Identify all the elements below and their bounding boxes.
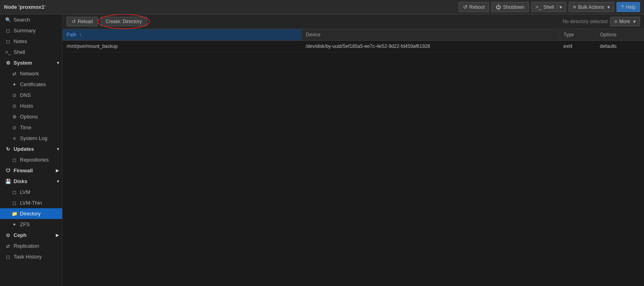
sidebar-item-label: Network [20,71,39,77]
repositories-icon: ◻ [11,157,18,163]
updates-chevron-icon: ▾ [57,147,59,151]
sidebar-item-label: System [14,60,32,66]
disks-chevron-icon: ▾ [57,179,59,183]
hosts-icon: ⊙ [11,103,18,109]
sidebar-item-label: Firewall [14,168,33,174]
table-row[interactable]: /mnt/pve/mount_backup /dev/disk/by-uuid/… [63,41,644,52]
sidebar-item-label: LVM [20,189,30,195]
sidebar-item-label: ZFS [20,221,30,227]
sidebar-item-system[interactable]: ⚙ System ▾ [0,57,62,68]
cell-path: /mnt/pve/mount_backup [63,41,302,52]
main-layout: 🔍 Search ◻ Summary ◻ Notes >_ Shell ⚙ Sy… [0,14,644,286]
replication-icon: ⇄ [5,243,11,249]
sidebar-item-label: Ceph [14,232,27,238]
cell-options: defaults [596,41,644,52]
directory-table: Path ↑ Device Type Options [63,29,644,52]
sidebar-item-task-history[interactable]: ◻ Task History [0,251,62,262]
more-chevron-icon: ▾ [633,19,636,24]
systemlog-icon: ≡ [11,136,18,141]
sidebar-item-zfs[interactable]: ✦ ZFS [0,219,62,230]
no-directory-selected-label: No directory selected [563,19,608,24]
sidebar-item-system-log[interactable]: ≡ System Log [0,133,62,144]
sidebar-item-disks[interactable]: 💾 Disks ▾ [0,176,62,187]
time-icon: ⊙ [11,125,18,130]
sidebar-item-options[interactable]: ⚙ Options [0,111,62,122]
sidebar-item-label: LVM-Thin [20,200,42,206]
disks-icon: 💾 [5,179,11,184]
shutdown-icon: ⏻ [496,4,501,10]
content-area: ↺ Reload Create: Directory No directory … [63,14,644,286]
shell-icon: >_ [536,4,542,10]
taskhistory-icon: ◻ [5,254,11,260]
lvmthin-icon: ◻ [11,200,18,206]
sidebar: 🔍 Search ◻ Summary ◻ Notes >_ Shell ⚙ Sy… [0,14,63,286]
sidebar-item-notes[interactable]: ◻ Notes [0,36,62,47]
bulk-icon: ≡ [573,4,576,10]
options-icon: ⚙ [11,114,18,120]
shell-button[interactable]: >_ Shell ▾ [531,2,567,12]
cell-type: ext4 [560,41,596,52]
sidebar-item-certificates[interactable]: ✦ Certificates [0,79,62,90]
network-icon: ⇄ [11,71,18,77]
updates-icon: ↻ [5,146,11,152]
notes-icon: ◻ [5,39,11,44]
sidebar-item-label: Disks [14,178,27,184]
topbar-actions: ↺ Reboot ⏻ Shutdown >_ Shell ▾ ≡ Bulk Ac… [459,2,640,12]
sidebar-item-directory[interactable]: 📁 Directory [0,208,62,219]
more-icon: ≡ [615,19,617,24]
firewall-icon: 🛡 [5,168,11,174]
directory-icon: 📁 [11,211,18,217]
help-icon: ? [621,4,624,10]
search-icon: 🔍 [5,17,11,23]
help-button[interactable]: ? Help [617,2,640,12]
sidebar-item-time[interactable]: ⊙ Time [0,122,62,133]
sidebar-item-lvm[interactable]: ◻ LVM [0,187,62,197]
sidebar-item-shell[interactable]: >_ Shell [0,47,62,57]
table-header-row: Path ↑ Device Type Options [63,29,644,41]
ceph-chevron-icon: ▶ [56,233,59,237]
sidebar-item-label: Time [20,124,31,130]
sidebar-item-label: Certificates [20,81,46,87]
reload-button[interactable]: ↺ Reload [67,17,98,26]
shell-nav-icon: >_ [5,49,11,55]
sidebar-item-dns[interactable]: ⊙ DNS [0,90,62,101]
col-options[interactable]: Options [596,29,644,41]
sidebar-item-lvm-thin[interactable]: ◻ LVM-Thin [0,197,62,208]
zfs-icon: ✦ [11,222,18,227]
shutdown-button[interactable]: ⏻ Shutdown [491,2,528,12]
cell-device: /dev/disk/by-uuid/5ef185a5-ee7c-4e52-9d2… [302,41,560,52]
reboot-button[interactable]: ↺ Reboot [459,2,489,12]
summary-icon: ◻ [5,28,11,34]
sidebar-item-label: Replication [14,243,39,249]
sidebar-item-label: Notes [14,38,27,44]
sidebar-item-summary[interactable]: ◻ Summary [0,25,62,36]
ceph-icon: ⊙ [5,233,11,238]
sidebar-item-replication[interactable]: ⇄ Replication [0,241,62,251]
reload-icon: ↺ [72,19,76,24]
sidebar-item-network[interactable]: ⇄ Network [0,68,62,79]
bulk-actions-button[interactable]: ≡ Bulk Actions ▾ [569,2,614,12]
sidebar-item-updates[interactable]: ↻ Updates ▾ [0,144,62,154]
more-button[interactable]: ≡ More ▾ [610,17,640,26]
sidebar-item-hosts[interactable]: ⊙ Hosts [0,101,62,111]
sidebar-item-repositories[interactable]: ◻ Repositories [0,154,62,165]
sidebar-item-firewall[interactable]: 🛡 Firewall ▶ [0,165,62,176]
system-chevron-icon: ▾ [57,61,59,65]
shell-chevron-icon: ▾ [557,4,562,10]
path-sort-arrow: ↑ [79,32,82,37]
sidebar-item-label: DNS [20,92,31,98]
sidebar-item-search[interactable]: 🔍 Search [0,14,62,25]
col-type[interactable]: Type [560,29,596,41]
toolbar: ↺ Reload Create: Directory No directory … [63,14,644,29]
reboot-icon: ↺ [463,4,467,10]
create-directory-button[interactable]: Create: Directory [100,17,147,26]
directory-table-container: Path ↑ Device Type Options [63,29,644,286]
col-path[interactable]: Path ↑ [63,29,302,41]
bulk-chevron-icon: ▾ [607,4,610,10]
dns-icon: ⊙ [11,93,18,98]
lvm-icon: ◻ [11,189,18,195]
sidebar-item-label: Task History [14,254,42,260]
sidebar-item-label: Directory [20,211,41,217]
sidebar-item-ceph[interactable]: ⊙ Ceph ▶ [0,230,62,241]
col-device[interactable]: Device [302,29,560,41]
